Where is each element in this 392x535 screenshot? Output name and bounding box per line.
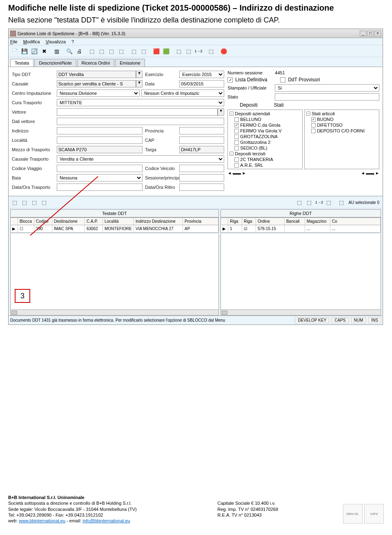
label-stampato: Stampato / Ufficiale <box>227 85 272 90</box>
checkbox-lista-definitiva[interactable]: ✓ <box>227 77 233 83</box>
tool12-icon[interactable]: ⬚ <box>207 47 216 56</box>
doc-intro: Nella sezione "testata DDT" è visibile l… <box>8 16 384 25</box>
tool3-icon[interactable]: ⬚ <box>107 47 116 56</box>
select-divisione[interactable]: Nessuna Divisione <box>57 90 140 97</box>
menu-file[interactable]: File <box>10 39 18 44</box>
selezionate-label: AU selezionate 0 <box>347 200 381 205</box>
search-icon[interactable]: 🔍 <box>65 47 74 56</box>
input-codice-veicolo[interactable] <box>179 165 224 172</box>
tool6-icon[interactable]: ⬚ <box>139 47 148 56</box>
status-develop: DEVELOP KEY <box>295 317 329 323</box>
new-icon[interactable]: 📄 <box>10 47 19 56</box>
dropdown-icon[interactable]: ▼ <box>136 71 143 78</box>
mt7-icon[interactable]: 1→2 <box>314 198 323 207</box>
select-cura-trasporto[interactable]: MITTENTE <box>57 99 224 106</box>
tool1-icon[interactable]: ⬚ <box>87 47 96 56</box>
input-localita[interactable] <box>57 137 143 144</box>
mt6-icon[interactable]: ⬚ <box>305 198 314 207</box>
input-cap[interactable] <box>179 137 224 144</box>
label-ddt-provvisori: DdT Provvisori <box>288 77 320 83</box>
tool7-icon[interactable]: 🟥 <box>152 47 161 56</box>
label-provincia: Provincia <box>143 128 179 133</box>
tool10-icon[interactable]: ⬚ <box>184 47 193 56</box>
print-icon[interactable]: 🖨 <box>75 47 84 56</box>
label-causale-trasporto: Causale Trasporto <box>12 157 57 161</box>
delete-icon[interactable]: ✖ <box>40 47 49 56</box>
menu-visualizza[interactable]: Visualizza <box>46 39 66 44</box>
annotation-3: 3 <box>15 289 30 303</box>
form: Tipo DDT ▼ Esercizio Esercizio 2015 Caus… <box>9 67 383 196</box>
toolbar: 📄 💾 🔄 ✖ ▥ 🔍 🖨 ⬚ ⬚ ⬚ ⬚ ⬚ ⬚ 🟥 🟩 ⬚ ⬚ 1→2 ⬚ … <box>9 45 383 57</box>
value-numero-sessione: 4451 <box>275 70 379 75</box>
input-provincia[interactable] <box>179 127 224 134</box>
tool4-icon[interactable]: ⬚ <box>117 47 126 56</box>
app-window: Gestione Liste di Spedizione - [B+B - BB… <box>8 29 383 325</box>
input-mezzo[interactable] <box>57 146 143 153</box>
input-stato[interactable] <box>275 93 379 101</box>
menu-help[interactable]: ? <box>71 39 74 44</box>
mt2-icon[interactable]: ⬚ <box>20 198 29 207</box>
mt4-icon[interactable]: ⬚ <box>40 198 49 207</box>
label-dati-vettore: Dati vettore <box>12 119 57 124</box>
label-data: Data <box>143 81 179 86</box>
label-depositi: Depositi <box>240 102 257 108</box>
input-sessione[interactable] <box>179 174 224 181</box>
mt5-icon[interactable]: ⬚ <box>295 198 304 207</box>
input-data-ora-ritiro[interactable] <box>179 184 224 191</box>
tool5-icon[interactable]: ⬚ <box>129 47 138 56</box>
titlebar: Gestione Liste di Spedizione - [B+B - BB… <box>9 29 383 38</box>
tab-emissione[interactable]: Emissione <box>115 59 145 67</box>
select-baia[interactable]: Nessuna <box>57 174 143 181</box>
status-message: Documento DDT 1431 già trasmesso in form… <box>10 318 292 322</box>
tab-ricerca[interactable]: Ricerca Ordini <box>77 59 115 67</box>
input-causale[interactable] <box>57 80 136 87</box>
input-data-ora-trasporto[interactable] <box>57 184 143 191</box>
tool11-icon[interactable]: 1→2 <box>194 47 203 56</box>
barcode-icon[interactable]: ▥ <box>52 47 61 56</box>
input-targa[interactable] <box>179 146 224 153</box>
mt1-icon[interactable]: ⬚ <box>10 198 19 207</box>
statusbar: Documento DDT 1431 già trasmesso in form… <box>9 316 383 325</box>
tree-stati[interactable]: -Stati articoli ✓BUONO DIFETTOSO DEPOSIT… <box>304 110 379 169</box>
close-button[interactable]: × <box>374 31 381 36</box>
label-mezzo: Mezzo di Trasporto <box>12 147 57 152</box>
input-data[interactable] <box>179 80 224 87</box>
select-stampato[interactable]: Si <box>275 84 379 92</box>
tab-testata[interactable]: Testata <box>10 59 33 67</box>
dropdown-icon[interactable]: ▼ <box>136 80 143 87</box>
tool2-icon[interactable]: ⬚ <box>97 47 106 56</box>
label-cura-trasporto: Cura Trasporto <box>12 100 57 105</box>
checkbox-ddt-provvisori[interactable] <box>280 77 285 83</box>
status-ins: INS <box>368 317 381 323</box>
mt3-icon[interactable]: ⬚ <box>30 198 39 207</box>
grid-righe[interactable]: Riga Riga Ordine Bancali Magazzino Co ▶ … <box>220 217 381 233</box>
mt9-icon[interactable]: ⬚ <box>337 198 346 207</box>
tabs: Testata Descrizioni/Note Ricerca Ordini … <box>9 57 383 67</box>
select-causale-trasporto[interactable]: Vendita a Cliente <box>57 155 224 163</box>
mid-toolbar: ⬚ ⬚ ⬚ ⬚ ⬚ ⬚ 1→2 ⬚ ⬚ AU selezionate 0 <box>9 196 383 208</box>
menu-modifica[interactable]: Modifica <box>23 39 40 44</box>
tool8-icon[interactable]: 🟩 <box>162 47 171 56</box>
input-dati-vettore[interactable] <box>57 118 224 125</box>
label-lista-definitiva: Lista Definitiva <box>235 77 267 83</box>
label-localita: Località <box>12 138 57 143</box>
status-caps: CAPS <box>332 317 348 323</box>
select-esercizio[interactable]: Esercizio 2015 <box>179 71 224 78</box>
minimize-button[interactable]: _ <box>360 31 366 36</box>
tab-descrizioni[interactable]: Descrizioni/Note <box>34 59 76 67</box>
grid-right-title: Righe DDT <box>220 209 381 217</box>
select-centro-imp[interactable]: Nessun Centro di Imputazic <box>141 90 224 97</box>
tool9-icon[interactable]: ⬚ <box>174 47 183 56</box>
tree-depositi[interactable]: -Depositi aziendali BELLUNO ✓FERMO C.da … <box>227 110 303 169</box>
input-tipo-ddt[interactable] <box>57 71 136 78</box>
stop-icon[interactable]: 🛑 <box>219 47 228 56</box>
refresh-icon[interactable]: 🔄 <box>30 47 39 56</box>
save-icon[interactable]: 💾 <box>20 47 29 56</box>
input-indirizzo[interactable] <box>57 127 143 134</box>
maximize-button[interactable]: □ <box>367 31 374 36</box>
input-codice-viaggio[interactable] <box>57 165 143 172</box>
input-vettore[interactable] <box>57 108 218 116</box>
dropdown-icon[interactable]: ▼ <box>218 108 224 116</box>
mt8-icon[interactable]: ⬚ <box>324 198 333 207</box>
label-esercizio: Esercizio <box>143 72 179 77</box>
